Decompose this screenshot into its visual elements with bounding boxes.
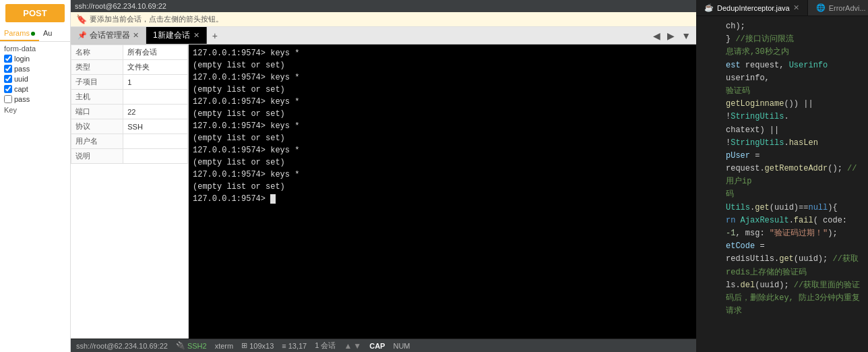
line-number [702,20,718,33]
code-content: etCode = redisUtils.get(uuid); //获取redis… [726,240,863,279]
session-field-value [123,90,188,105]
params-tab[interactable]: Params [0,26,39,41]
line-number [702,214,718,240]
code-content: } //接口访问限流 [726,33,863,46]
code-line: rn AjaxResult.fail( code: -1, msg: "验证码过… [696,214,868,240]
terminal-line: (empty list or set) [193,181,692,193]
session-field-value [123,134,188,149]
terminal-line: 127.0.0.1:9574> keys * [193,120,692,132]
session-table-row: 名称所有会话 [71,45,188,60]
arrow-down-icon[interactable]: ▼ [353,341,361,351]
status-arrow-buttons: ▲ ▼ [344,341,361,351]
tab-next-button[interactable]: ▶ [664,29,677,42]
line-number [702,46,718,59]
line-number [702,85,718,98]
session-manager-label: 会话管理器 [90,30,130,41]
line-number [702,279,718,318]
code-line: } //接口访问限流 [696,33,868,46]
session-field-label: 端口 [71,105,123,119]
code-content: est request, Userinfo userinfo, [726,59,863,85]
ssh-top-bar: ssh://root@62.234.10.69:22 [71,0,696,12]
session-table-row: 类型文件夹 [71,60,188,75]
tab-menu-button[interactable]: ▼ [679,29,693,42]
tab-nav-buttons: ◀ ▶ ▼ [648,27,696,44]
terminal-line: (empty list or set) [193,132,692,144]
notice-text: 要添加当前会话，点击左侧的箭头按钮。 [90,14,223,24]
form-row-capt: capt [4,85,66,93]
capt-field-name: capt [14,85,38,93]
tab-dedup-close-icon[interactable]: ✕ [793,3,799,12]
capt-checkbox[interactable] [4,85,12,93]
session-field-label: 用户名 [71,134,123,149]
session-manager-panel: 名称所有会话类型文件夹子项目1主机端口22协议SSH用户名说明 [71,45,189,339]
tab-dedup-interceptor[interactable]: ☕ DedupInterceptor.java ✕ [696,0,808,16]
cap-indicator: CAP [369,342,385,350]
tab-error-advi[interactable]: 🌐 ErrorAdvi... [808,0,868,16]
code-line: ch); [696,20,868,33]
session-field-label: 名称 [71,45,123,60]
left-panel: POST Params Au form-data login pass uuid… [0,0,71,352]
term-type-status: xterm [215,342,234,350]
session-table-row: 子项目1 [71,75,188,90]
connection-status: ssh://root@62.234.10.69:22 [76,342,168,350]
code-content: chatext) || !StringUtils.hasLen [726,124,863,150]
login-checkbox[interactable] [4,55,12,63]
close-session-icon[interactable]: ✕ [133,31,139,40]
code-line: getLoginname()) || !StringUtils. [696,98,868,123]
form-row-pass: pass [4,65,66,73]
code-line: pUser = request.getRemoteAddr(); //用户ip [696,150,868,189]
tab-dedup-label: DedupInterceptor.java [717,4,790,12]
session-table: 名称所有会话类型文件夹子项目1主机端口22协议SSH用户名说明 [71,45,188,164]
session-field-value [123,149,188,164]
terminal-line: 127.0.0.1:9574> [193,193,692,205]
terminal-line: 127.0.0.1:9574> keys * [193,47,692,59]
terminal-line: 127.0.0.1:9574> keys * [193,96,692,108]
code-line: 码 [696,188,868,201]
code-content: ls.del(uuid); //获取里面的验证码后，删除此key, 防止3分钟内… [726,279,863,318]
tab-prev-button[interactable]: ◀ [650,29,663,42]
ssh-panel: ssh://root@62.234.10.69:22 🔖 要添加当前会话，点击左… [71,0,696,352]
uuid-checkbox[interactable] [4,75,12,83]
code-content: Utils.get(uuid)==null){ [726,202,863,214]
terminal-line: (empty list or set) [193,84,692,96]
terminal-line: 127.0.0.1:9574> keys * [193,169,692,181]
code-line: ls.del(uuid); //获取里面的验证码后，删除此key, 防止3分钟内… [696,279,868,318]
session-table-row: 协议SSH [71,119,188,134]
term-size-status: ⊞ 109x13 [241,341,274,350]
terminal-cursor [270,194,276,204]
pass-field-name: pass [14,65,38,73]
code-line: chatext) || !StringUtils.hasLen [696,124,868,150]
tab-error-label: ErrorAdvi... [829,4,866,12]
uuid-field-name: uuid [14,75,38,83]
close-session-tab-icon[interactable]: ✕ [193,31,199,40]
code-line: 验证码 [696,85,868,98]
new-session-tab[interactable]: 1新建会话 ✕ [146,27,207,44]
session-manager-tab[interactable]: 📌 会话管理器 ✕ [71,27,146,44]
cursor-position-status: ≡ 13,17 [282,342,307,350]
au-tab[interactable]: Au [39,26,56,41]
session-field-label: 协议 [71,119,123,134]
code-content: getLoginname()) || !StringUtils. [726,98,863,123]
key-label: Key [4,106,66,114]
terminal-line: (empty list or set) [193,156,692,169]
session-field-value: 文件夹 [123,60,188,75]
session-table-row: 端口22 [71,105,188,119]
code-content: rn AjaxResult.fail( code: -1, msg: "验证码过… [726,214,863,240]
terminal-area[interactable]: 127.0.0.1:9574> keys *(empty list or set… [189,45,696,339]
pass-checkbox[interactable] [4,65,12,73]
form-row-login: login [4,55,66,63]
terminal-line: 127.0.0.1:9574> keys * [193,144,692,156]
code-line: Utils.get(uuid)==null){ [696,202,868,214]
code-area[interactable]: ch);} //接口访问限流息请求,30秒之内est request, User… [696,16,868,352]
form-row-pass2: pass [4,95,66,103]
pass2-checkbox[interactable] [4,95,12,103]
arrow-up-icon[interactable]: ▲ [344,341,352,351]
session-count-status: 1 会话 [315,341,336,351]
code-content: 码 [726,188,863,201]
add-session-button[interactable]: + [207,27,223,44]
post-button[interactable]: POST [5,4,65,22]
bookmark-icon: 🔖 [76,14,87,24]
line-number [702,98,718,123]
line-number [702,240,718,279]
terminal-line: (empty list or set) [193,108,692,120]
